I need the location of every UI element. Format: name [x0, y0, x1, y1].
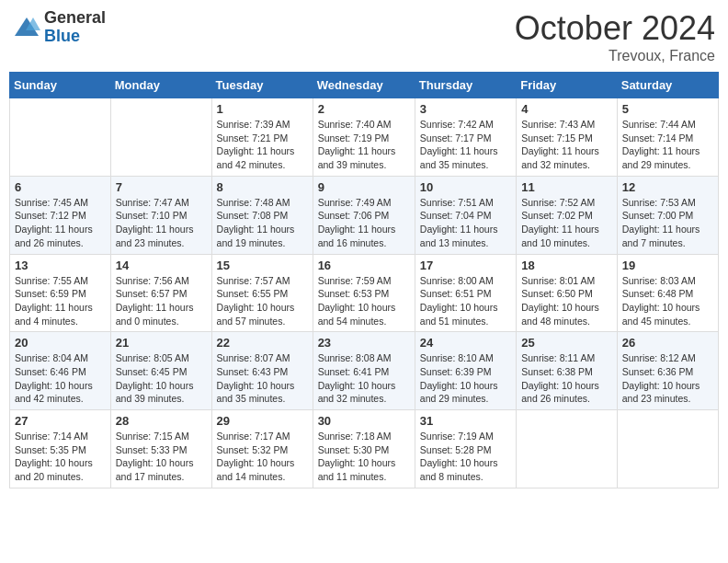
- location-text: Trevoux, France: [515, 48, 715, 64]
- day-number: 6: [15, 180, 106, 194]
- calendar-cell: 2Sunrise: 7:40 AMSunset: 7:19 PMDaylight…: [313, 98, 415, 177]
- calendar-cell: 24Sunrise: 8:10 AMSunset: 6:39 PMDayligh…: [415, 332, 516, 410]
- day-number: 24: [420, 336, 511, 350]
- calendar-cell: 29Sunrise: 7:17 AMSunset: 5:32 PMDayligh…: [211, 410, 313, 488]
- calendar-cell: 25Sunrise: 8:11 AMSunset: 6:38 PMDayligh…: [517, 332, 618, 410]
- calendar-cell: 14Sunrise: 7:56 AMSunset: 6:57 PMDayligh…: [110, 254, 211, 332]
- calendar-cell: [617, 410, 718, 488]
- day-number: 19: [622, 259, 713, 272]
- weekday-header: Friday: [517, 73, 618, 98]
- day-number: 18: [521, 259, 612, 272]
- day-number: 30: [318, 414, 410, 428]
- calendar-cell: 23Sunrise: 8:08 AMSunset: 6:41 PMDayligh…: [313, 332, 415, 410]
- day-info: Sunrise: 7:52 AMSunset: 7:02 PMDaylight:…: [521, 196, 612, 250]
- calendar-cell: 9Sunrise: 7:49 AMSunset: 7:06 PMDaylight…: [313, 176, 415, 254]
- weekday-header: Thursday: [415, 73, 516, 98]
- day-info: Sunrise: 7:55 AMSunset: 6:59 PMDaylight:…: [15, 274, 106, 328]
- logo: General Blue: [13, 9, 106, 46]
- day-info: Sunrise: 7:53 AMSunset: 7:00 PMDaylight:…: [622, 196, 713, 250]
- day-number: 8: [217, 180, 308, 194]
- day-info: Sunrise: 8:12 AMSunset: 6:36 PMDaylight:…: [622, 351, 713, 406]
- calendar-cell: 6Sunrise: 7:45 AMSunset: 7:12 PMDaylight…: [10, 176, 111, 254]
- day-info: Sunrise: 8:05 AMSunset: 6:45 PMDaylight:…: [116, 351, 207, 406]
- day-info: Sunrise: 7:17 AMSunset: 5:32 PMDaylight:…: [217, 430, 308, 484]
- day-info: Sunrise: 8:03 AMSunset: 6:48 PMDaylight:…: [622, 274, 713, 328]
- calendar-cell: 27Sunrise: 7:14 AMSunset: 5:35 PMDayligh…: [10, 410, 111, 488]
- day-number: 28: [116, 414, 207, 428]
- day-number: 26: [622, 336, 713, 350]
- day-number: 1: [217, 102, 308, 116]
- day-info: Sunrise: 7:42 AMSunset: 7:17 PMDaylight:…: [420, 118, 511, 172]
- day-info: Sunrise: 8:00 AMSunset: 6:51 PMDaylight:…: [420, 274, 511, 328]
- calendar-cell: [10, 98, 111, 177]
- day-info: Sunrise: 7:43 AMSunset: 7:15 PMDaylight:…: [521, 118, 612, 172]
- calendar-cell: 3Sunrise: 7:42 AMSunset: 7:17 PMDaylight…: [415, 98, 516, 177]
- day-info: Sunrise: 7:39 AMSunset: 7:21 PMDaylight:…: [217, 118, 308, 172]
- weekday-header: Tuesday: [211, 73, 313, 98]
- day-number: 14: [116, 259, 207, 272]
- day-info: Sunrise: 7:45 AMSunset: 7:12 PMDaylight:…: [15, 196, 106, 250]
- calendar-cell: 11Sunrise: 7:52 AMSunset: 7:02 PMDayligh…: [517, 176, 618, 254]
- calendar-cell: [110, 98, 211, 177]
- weekday-header: Monday: [110, 73, 211, 98]
- day-number: 10: [420, 180, 511, 194]
- calendar-cell: 20Sunrise: 8:04 AMSunset: 6:46 PMDayligh…: [10, 332, 111, 410]
- day-info: Sunrise: 7:51 AMSunset: 7:04 PMDaylight:…: [420, 196, 511, 250]
- day-info: Sunrise: 7:56 AMSunset: 6:57 PMDaylight:…: [116, 274, 207, 328]
- weekday-header: Sunday: [10, 73, 111, 98]
- day-number: 20: [15, 336, 106, 350]
- calendar-week-row: 1Sunrise: 7:39 AMSunset: 7:21 PMDaylight…: [10, 98, 719, 177]
- calendar-cell: 19Sunrise: 8:03 AMSunset: 6:48 PMDayligh…: [617, 254, 718, 332]
- calendar-cell: 16Sunrise: 7:59 AMSunset: 6:53 PMDayligh…: [313, 254, 415, 332]
- day-number: 15: [217, 259, 308, 272]
- day-number: 25: [521, 336, 612, 350]
- day-number: 29: [217, 414, 308, 428]
- title-block: October 2024 Trevoux, France: [515, 9, 715, 64]
- calendar-cell: 12Sunrise: 7:53 AMSunset: 7:00 PMDayligh…: [617, 176, 718, 254]
- calendar-cell: 22Sunrise: 8:07 AMSunset: 6:43 PMDayligh…: [211, 332, 313, 410]
- calendar-week-row: 27Sunrise: 7:14 AMSunset: 5:35 PMDayligh…: [10, 410, 719, 488]
- day-info: Sunrise: 8:10 AMSunset: 6:39 PMDaylight:…: [420, 351, 511, 406]
- calendar-cell: 17Sunrise: 8:00 AMSunset: 6:51 PMDayligh…: [415, 254, 516, 332]
- day-number: 3: [420, 102, 511, 116]
- day-info: Sunrise: 7:18 AMSunset: 5:30 PMDaylight:…: [318, 430, 410, 484]
- day-number: 22: [217, 336, 308, 350]
- calendar-cell: 1Sunrise: 7:39 AMSunset: 7:21 PMDaylight…: [211, 98, 313, 177]
- day-number: 5: [622, 102, 713, 116]
- calendar-cell: 26Sunrise: 8:12 AMSunset: 6:36 PMDayligh…: [617, 332, 718, 410]
- day-number: 9: [318, 180, 410, 194]
- day-number: 7: [116, 180, 207, 194]
- day-number: 2: [318, 102, 410, 116]
- day-info: Sunrise: 8:08 AMSunset: 6:41 PMDaylight:…: [318, 351, 410, 406]
- calendar-cell: [517, 410, 618, 488]
- calendar-table: SundayMondayTuesdayWednesdayThursdayFrid…: [9, 72, 719, 488]
- calendar-cell: 8Sunrise: 7:48 AMSunset: 7:08 PMDaylight…: [211, 176, 313, 254]
- weekday-header: Wednesday: [313, 73, 415, 98]
- calendar-cell: 30Sunrise: 7:18 AMSunset: 5:30 PMDayligh…: [313, 410, 415, 488]
- day-info: Sunrise: 7:14 AMSunset: 5:35 PMDaylight:…: [15, 430, 106, 484]
- day-number: 11: [521, 180, 612, 194]
- calendar-week-row: 6Sunrise: 7:45 AMSunset: 7:12 PMDaylight…: [10, 176, 719, 254]
- day-info: Sunrise: 7:40 AMSunset: 7:19 PMDaylight:…: [318, 118, 410, 172]
- calendar-cell: 28Sunrise: 7:15 AMSunset: 5:33 PMDayligh…: [110, 410, 211, 488]
- header-row: SundayMondayTuesdayWednesdayThursdayFrid…: [10, 73, 719, 98]
- day-info: Sunrise: 7:19 AMSunset: 5:28 PMDaylight:…: [420, 430, 511, 484]
- calendar-cell: 18Sunrise: 8:01 AMSunset: 6:50 PMDayligh…: [517, 254, 618, 332]
- day-number: 13: [15, 259, 106, 272]
- day-number: 21: [116, 336, 207, 350]
- calendar-cell: 7Sunrise: 7:47 AMSunset: 7:10 PMDaylight…: [110, 176, 211, 254]
- logo-icon: [13, 14, 40, 41]
- day-info: Sunrise: 8:01 AMSunset: 6:50 PMDaylight:…: [521, 274, 612, 328]
- day-number: 31: [420, 414, 511, 428]
- logo-general-text: General: [44, 9, 106, 28]
- day-number: 23: [318, 336, 410, 350]
- calendar-cell: 13Sunrise: 7:55 AMSunset: 6:59 PMDayligh…: [10, 254, 111, 332]
- day-info: Sunrise: 8:04 AMSunset: 6:46 PMDaylight:…: [15, 351, 106, 406]
- day-info: Sunrise: 8:11 AMSunset: 6:38 PMDaylight:…: [521, 351, 612, 406]
- day-number: 17: [420, 259, 511, 272]
- day-info: Sunrise: 7:49 AMSunset: 7:06 PMDaylight:…: [318, 196, 410, 250]
- calendar-cell: 21Sunrise: 8:05 AMSunset: 6:45 PMDayligh…: [110, 332, 211, 410]
- day-info: Sunrise: 7:47 AMSunset: 7:10 PMDaylight:…: [116, 196, 207, 250]
- calendar-cell: 31Sunrise: 7:19 AMSunset: 5:28 PMDayligh…: [415, 410, 516, 488]
- day-info: Sunrise: 7:48 AMSunset: 7:08 PMDaylight:…: [217, 196, 308, 250]
